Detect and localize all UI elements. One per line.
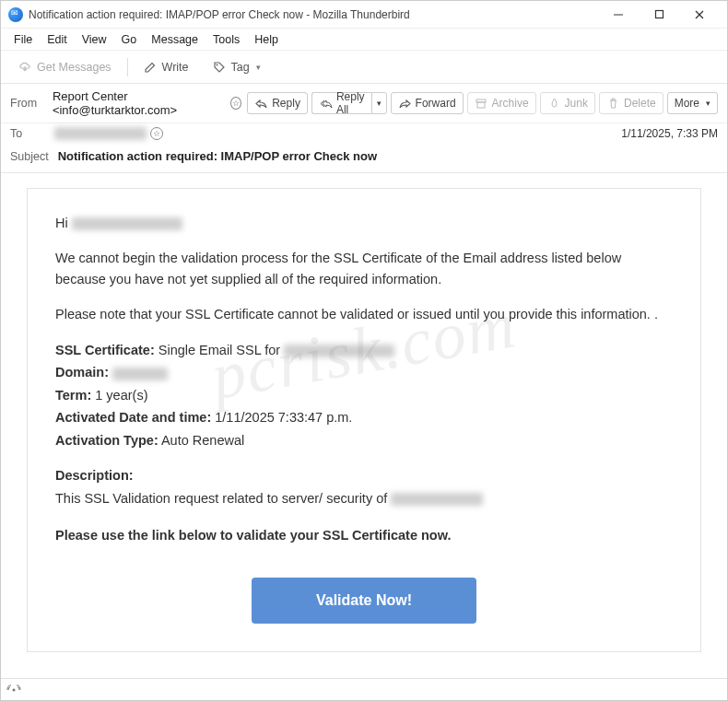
message-actions: Reply Reply All ▾ Forward Archive Junk D… — [247, 92, 718, 114]
archive-icon — [475, 97, 488, 111]
email-content: Hi We cannot begin the validation proces… — [27, 188, 701, 652]
domain-label: Domain: — [55, 365, 109, 380]
archive-label: Archive — [492, 97, 529, 110]
term-line: Term: 1 year(s) — [55, 385, 673, 405]
delete-label: Delete — [624, 97, 656, 110]
description-text-line: This SSL Validation request related to s… — [55, 488, 673, 508]
activation-type-line: Activation Type: Auto Renewal — [55, 430, 673, 450]
menu-go[interactable]: Go — [116, 31, 143, 48]
tag-icon — [213, 60, 227, 74]
chevron-down-icon: ▾ — [706, 99, 710, 108]
validate-now-button[interactable]: Validate Now! — [252, 578, 476, 624]
write-label: Write — [162, 61, 189, 74]
term-label: Term: — [55, 388, 91, 403]
junk-button[interactable]: Junk — [540, 92, 595, 114]
activated-label: Activated Date and time: — [55, 410, 211, 425]
close-button[interactable] — [679, 2, 720, 28]
description-label: Description: — [55, 468, 134, 483]
paragraph-2: Please note that your SSL Certificate ca… — [55, 304, 673, 324]
window-controls — [598, 2, 720, 28]
menu-message[interactable]: Message — [146, 31, 204, 48]
tag-label: Tag — [231, 61, 250, 74]
menu-view[interactable]: View — [76, 31, 112, 48]
cta-instruction-text: Please use the link below to validate yo… — [55, 528, 452, 543]
activated-line: Activated Date and time: 1/11/2025 7:33:… — [55, 407, 673, 427]
write-button[interactable]: Write — [135, 55, 197, 79]
paragraph-1: We cannot begin the validation process f… — [55, 248, 673, 289]
cta-instruction: Please use the link below to validate yo… — [55, 525, 673, 545]
maximize-button[interactable] — [639, 2, 679, 28]
tag-button[interactable]: Tag ▾ — [205, 55, 269, 79]
activation-type-value: Auto Renewal — [159, 433, 245, 448]
reply-button[interactable]: Reply — [247, 92, 308, 114]
to-label: To — [10, 127, 54, 140]
more-button[interactable]: More ▾ — [667, 92, 718, 114]
forward-button[interactable]: Forward — [391, 92, 464, 114]
chevron-down-icon: ▾ — [377, 99, 382, 108]
activated-value: 1/11/2025 7:33:47 p.m. — [211, 410, 352, 425]
message-body-area: Hi We cannot begin the validation proces… — [1, 173, 727, 663]
greeting-recipient-redacted — [72, 217, 182, 230]
domain-line: Domain: — [55, 362, 673, 382]
header-subject-row: Subject Notification action required: IM… — [1, 144, 727, 173]
reply-icon — [254, 97, 268, 111]
menu-tools[interactable]: Tools — [207, 31, 245, 48]
more-label: More — [675, 97, 699, 110]
window-titlebar: Notification action required: IMAP/POP e… — [1, 1, 727, 29]
from-label: From — [10, 97, 47, 110]
get-messages-label: Get Messages — [37, 61, 112, 74]
ssl-certificate-value: Single Email SSL for — [155, 343, 285, 357]
reply-all-label: Reply All — [336, 90, 365, 116]
activity-indicator-icon — [6, 684, 21, 695]
cloud-download-icon — [18, 60, 32, 74]
separator — [127, 58, 128, 76]
reply-all-combo: Reply All ▾ — [311, 92, 387, 114]
menu-help[interactable]: Help — [249, 31, 284, 48]
to-value-redacted — [54, 127, 147, 140]
contact-icon[interactable]: ☆ — [150, 127, 163, 140]
main-toolbar: Get Messages Write Tag ▾ — [1, 51, 727, 84]
statusbar — [1, 678, 727, 700]
archive-button[interactable]: Archive — [467, 92, 536, 114]
reply-all-icon — [319, 97, 333, 111]
delete-button[interactable]: Delete — [599, 92, 663, 114]
get-messages-button[interactable]: Get Messages — [10, 55, 120, 79]
reply-all-dropdown[interactable]: ▾ — [371, 92, 387, 114]
trash-icon — [606, 97, 620, 111]
svg-point-4 — [217, 64, 218, 65]
svg-rect-6 — [477, 102, 485, 108]
pencil-icon — [144, 60, 158, 74]
subject-value: Notification action required: IMAP/POP e… — [58, 149, 377, 163]
svg-point-7 — [13, 688, 16, 691]
domain-value-redacted — [112, 368, 168, 380]
header-to-row: To ☆ 1/11/2025, 7:33 PM — [1, 123, 727, 144]
chevron-down-icon: ▾ — [256, 63, 261, 72]
message-timestamp: 1/11/2025, 7:33 PM — [621, 127, 718, 140]
from-value: Report Center <info@turktarktor.com> — [53, 89, 221, 117]
reply-label: Reply — [272, 97, 300, 110]
menubar: File Edit View Go Message Tools Help — [1, 29, 727, 51]
reply-all-button[interactable]: Reply All — [311, 92, 371, 114]
window-title: Notification action required: IMAP/POP e… — [29, 8, 598, 21]
flame-icon — [547, 97, 561, 111]
activation-type-label: Activation Type: — [55, 433, 159, 448]
ssl-certificate-label: SSL Certificate: — [55, 343, 155, 357]
ssl-certificate-target-redacted — [284, 345, 394, 357]
menu-file[interactable]: File — [8, 31, 38, 48]
term-value: 1 year(s) — [91, 388, 147, 403]
description-target-redacted — [391, 493, 483, 506]
subject-label: Subject — [10, 150, 54, 163]
svg-rect-1 — [655, 11, 663, 18]
description-text: This SSL Validation request related to s… — [55, 491, 391, 506]
forward-icon — [398, 97, 412, 111]
thunderbird-icon — [8, 7, 23, 22]
header-from-row: From Report Center <info@turktarktor.com… — [1, 84, 727, 123]
junk-label: Junk — [565, 97, 588, 110]
greeting-line: Hi — [55, 213, 673, 233]
minimize-button[interactable] — [598, 2, 639, 28]
forward-label: Forward — [416, 97, 456, 110]
menu-edit[interactable]: Edit — [41, 31, 73, 48]
greeting-prefix: Hi — [55, 216, 72, 230]
contact-icon[interactable]: ☆ — [230, 97, 241, 110]
description-label-line: Description: — [55, 465, 673, 485]
